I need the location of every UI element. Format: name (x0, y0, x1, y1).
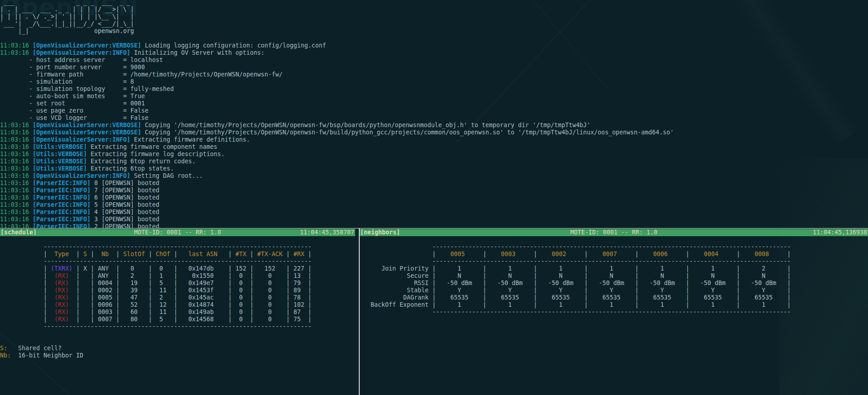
text-segment: 12 | (152, 301, 178, 308)
text-segment: 0 | (254, 301, 290, 308)
text-segment: 0 | (254, 309, 290, 315)
log-line: 11:03:16 [Utils:VERBOSE] Extracting 6top… (0, 158, 674, 165)
neighbors-timestamp: 11:04:45,136938 (813, 229, 867, 236)
schedule-footnote: Nb: 16-bit Neighbor ID (0, 352, 312, 359)
log-tag: [ParserIEC:INFO] (33, 201, 91, 208)
server-log-pane[interactable]: ___ _ _ _ ___ _ _| . | ___ ___ ._ _ | | … (0, 0, 868, 228)
log-time: 11:03:16 (0, 49, 29, 56)
text-segment: | (0, 301, 47, 308)
schedule-row: | (RX) | | 0006 | 52 | 12 | 0x14874 | 0 … (0, 301, 312, 309)
banner-line: |_| openwsn.org (0, 28, 674, 35)
text-segment (29, 180, 33, 186)
text-segment: - use VCD logger = False (0, 114, 149, 121)
log-line: - auto-boot sim motes = True (0, 93, 674, 100)
log-line: 11:03:16 [ParserIEC:INFO] 5 [OPENWSN] bo… (0, 201, 674, 209)
schedule-header-row: | Type | S | Nb | SlotOf | ChOf | last A… (0, 251, 312, 258)
highlight-text: 0004 (690, 251, 737, 257)
log-line: 11:03:16 [ParserIEC:INFO] 3 [OPENWSN] bo… (0, 216, 674, 223)
highlight-text: Type (47, 251, 76, 257)
text-segment: 5 | (152, 316, 178, 323)
text-segment: Secure | N | N | N | N | N | N | N | (360, 272, 791, 279)
log-line: - simulation = 8 (0, 78, 674, 86)
text-segment (29, 201, 33, 208)
text-segment: - simulation topology = fully-meshed (0, 86, 174, 92)
text-segment (29, 194, 33, 201)
text-segment: | (76, 316, 80, 323)
text-segment: | (737, 251, 740, 257)
blank-line (360, 236, 791, 243)
highlight-text: #TX (232, 251, 250, 257)
log-tag: [OpenVisualizerServer:INFO] (33, 136, 130, 143)
highlight-text: 0002 (537, 251, 584, 257)
neighbors-pane[interactable]: [neighbors] MOTE-ID: 0001 -- RR: 1.0 11:… (360, 229, 868, 395)
log-line: 11:03:16 [OpenVisualizerServer:VERBOSE] … (0, 129, 674, 136)
cell-type-rx: (RX) (47, 280, 76, 286)
text-segment: | (0, 309, 47, 315)
log-time: 11:03:16 (0, 209, 29, 215)
text-segment: ----------------------------------------… (360, 258, 791, 265)
text-segment: 11 | (152, 287, 178, 294)
text-segment (29, 216, 33, 223)
highlight-text: SlotOf (120, 251, 149, 257)
log-time: 11:03:16 (0, 180, 29, 186)
log-time: 11:03:16 (0, 42, 29, 49)
highlight-text: 0007 (588, 251, 635, 257)
text-segment: 102 | (290, 301, 312, 308)
text-segment: | (0, 272, 47, 279)
text-segment: X | (80, 265, 94, 272)
log-line: 11:03:16 [ParserIEC:INFO] 7 [OPENWSN] bo… (0, 187, 674, 194)
text-segment: 19 | (120, 280, 152, 286)
text-segment: - host address server = localhost (0, 57, 163, 63)
text-segment (29, 223, 33, 228)
text-segment: | (0, 251, 47, 257)
text-segment: 0 | (232, 309, 254, 315)
text-segment: 47 | (120, 294, 152, 301)
text-segment: 0x14874 | (178, 301, 232, 308)
table-separator: ----------------------------------------… (0, 258, 312, 265)
text-segment: 3 [OPENWSN] booted (91, 216, 159, 223)
log-line: 11:03:16 [ParserIEC:INFO] 6 [OPENWSN] bo… (0, 194, 674, 201)
log-time: 11:03:16 (0, 151, 29, 157)
text-segment: Extracting 6top states. (87, 165, 174, 172)
text-segment: 0 | (254, 272, 290, 279)
text-segment: 13 | (290, 272, 312, 279)
neighbors-row: DAGrank | 65535 | 65535 | 65535 | 65535 … (360, 294, 791, 301)
text-segment: ----------------------------------------… (0, 323, 312, 330)
text-segment: | (635, 251, 639, 257)
text-segment: 0 | (232, 280, 254, 286)
text-segment: | (76, 301, 80, 308)
text-segment (29, 136, 33, 143)
blank-line (0, 338, 312, 345)
text-segment: | (116, 251, 120, 257)
text-segment: | (228, 251, 232, 257)
text-segment (29, 49, 33, 56)
text-segment: 227 | (290, 265, 312, 272)
log-tag: [Utils:VERBOSE] (33, 165, 87, 172)
text-segment: | (80, 316, 94, 323)
highlight-text: ChOf (152, 251, 174, 257)
text-segment: BackOff Exponent | 1 | 1 | 1 | 1 | 1 | 1… (360, 301, 791, 308)
log-time: 11:03:16 (0, 129, 29, 136)
cell-type-rx: (RX) (47, 294, 76, 301)
text-segment: | (686, 251, 690, 257)
text-segment: Extracting firmware definitions. (130, 136, 250, 143)
text-segment: 89 | (290, 287, 312, 294)
text-segment: | (250, 251, 254, 257)
text-segment: - set root = 0001 (0, 100, 145, 107)
text-segment: | (91, 251, 94, 257)
text-segment (29, 165, 33, 172)
text-segment: | (76, 309, 80, 315)
log-line: - use page zero = False (0, 107, 674, 114)
log-tag: [OpenVisualizerServer:INFO] (33, 49, 130, 56)
schedule-timestamp: 11:04:45,358707 (300, 229, 354, 236)
text-segment: 39 | (120, 287, 152, 294)
log-line: 11:03:16 [ParserIEC:INFO] 4 [OPENWSN] bo… (0, 209, 674, 216)
schedule-pane[interactable]: [schedule] MOTE-ID: 0001 -- RR: 1.0 11:0… (0, 229, 359, 395)
text-segment: 52 | (120, 301, 152, 308)
neighbors-header-row: | 0005 | 0003 | 0002 | 0007 | 0006 | 000… (360, 251, 791, 258)
schedule-row: | (RX) | | 0005 | 47 | 2 | 0x145ac | 0 |… (0, 294, 312, 301)
highlight-text: 0008 (740, 251, 787, 257)
text-segment: 11 | (152, 309, 178, 315)
text-segment: | (76, 251, 80, 257)
text-segment: | (0, 265, 47, 272)
